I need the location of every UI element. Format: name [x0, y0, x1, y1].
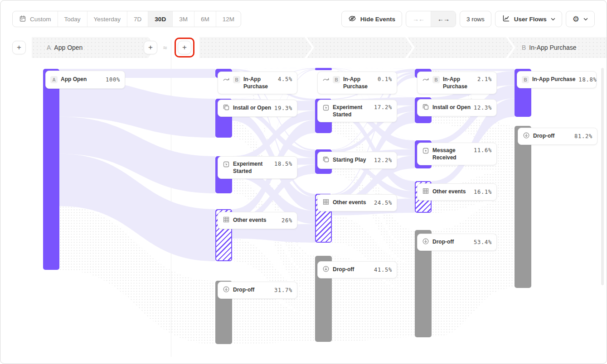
drop-off-icon	[422, 238, 429, 247]
date-range-today[interactable]: Today	[58, 11, 87, 27]
date-range-custom[interactable]: Custom	[13, 11, 58, 27]
rows-button[interactable]: 3 rows	[460, 11, 491, 27]
flow-node-card-drop-off[interactable]: Drop-off41.5%	[317, 261, 397, 278]
flow-node-card-in-app-purchase[interactable]: BIn-App Purchase4.5%	[218, 72, 297, 94]
jump-arrow-icon	[223, 76, 230, 85]
grid-icon	[223, 216, 230, 225]
date-range-30d[interactable]: 30D	[148, 11, 172, 27]
date-range-label: 3M	[179, 16, 188, 23]
grid-icon	[322, 198, 330, 207]
date-range-label: Custom	[30, 16, 51, 23]
flow-ribbon[interactable]	[432, 69, 515, 71]
flow-node-card-install-or-open[interactable]: Install or Open12.3%	[417, 99, 497, 116]
date-range-label: Yesterday	[94, 16, 121, 23]
flow-step-band-2[interactable]	[307, 37, 413, 58]
step-b-label: In-App Purchase	[529, 44, 576, 51]
width-toggle: →← ←→	[406, 11, 456, 27]
date-range-label: 7D	[134, 16, 141, 23]
settings-dropdown[interactable]: ⚙	[566, 11, 595, 27]
node-percentage: 26%	[282, 217, 292, 224]
date-range-yesterday[interactable]: Yesterday	[87, 11, 127, 27]
node-label: Install or Open	[432, 104, 471, 111]
node-percentage: 81.2%	[574, 133, 592, 139]
node-label: Experiment Started	[233, 161, 264, 175]
collapse-width-button[interactable]: →←	[406, 11, 431, 27]
toolbar: CustomTodayYesterday7D30D3M6M12M Hide Ev…	[12, 11, 595, 27]
step-band-a[interactable]: A App Open	[32, 37, 155, 58]
approx-symbol: ≈	[163, 44, 167, 52]
node-label: Drop-off	[533, 133, 554, 140]
flow-node-card-message-received[interactable]: Message Received11.6%	[417, 143, 497, 165]
node-label: In-App Purchase	[343, 76, 374, 90]
flow-ribbon[interactable]	[332, 68, 415, 69]
hide-events-button[interactable]: Hide Events	[341, 11, 402, 27]
node-label: Starting Play	[333, 157, 366, 164]
step-band-b[interactable]: B In-App Purchase	[508, 37, 607, 58]
date-range-3m[interactable]: 3M	[172, 11, 194, 27]
vertical-scrollbar[interactable]	[601, 68, 604, 285]
flow-node-card-drop-off[interactable]: Drop-off53.4%	[417, 234, 497, 251]
node-percentage: 24.5%	[374, 200, 392, 206]
flow-node-card-other-events[interactable]: Other events26%	[218, 212, 297, 229]
flow-node-card-drop-off[interactable]: Drop-off81.2%	[518, 128, 597, 145]
gear-icon: ⚙	[573, 14, 579, 24]
node-percentage: 12.2%	[374, 157, 392, 163]
expand-width-button[interactable]: ←→	[431, 11, 456, 27]
node-percentage: 53.4%	[474, 239, 492, 245]
add-flow-step-button[interactable]: +	[178, 41, 191, 54]
eye-off-icon	[348, 14, 356, 24]
node-percentage: 2.1%	[477, 76, 492, 82]
jump-arrow-icon	[322, 76, 330, 85]
flow-node-card-install-or-open[interactable]: Install or Open19.3%	[218, 100, 297, 117]
node-percentage: 4.5%	[278, 76, 292, 82]
step-letter-badge: B	[432, 76, 440, 83]
node-label: Message Received	[432, 147, 463, 161]
flow-node-bar-app-open[interactable]	[43, 69, 59, 270]
node-percentage: 17.2%	[374, 104, 392, 110]
flow-node-bar-drop-off[interactable]	[515, 126, 531, 288]
flow-node-card-other-events[interactable]: Other events16.1%	[417, 183, 497, 201]
flow-node-card-in-app-purchase[interactable]: BIn-App Purchase18.8%	[517, 71, 597, 88]
date-range-6m[interactable]: 6M	[194, 11, 216, 27]
node-label: In-App Purchase	[243, 76, 274, 90]
node-percentage: 19.3%	[274, 105, 292, 111]
flow-node-card-experiment-started[interactable]: Experiment Started17.2%	[317, 100, 397, 122]
date-range-7d[interactable]: 7D	[127, 11, 148, 27]
step-letter-badge: B	[333, 76, 340, 83]
date-range-label: 30D	[155, 16, 166, 23]
flow-ribbon[interactable]	[232, 68, 315, 69]
flow-node-card-starting-play[interactable]: Starting Play12.2%	[317, 152, 397, 169]
flow-node-bar-in-app-purchase[interactable]	[315, 68, 332, 70]
step-a-letter: A	[47, 44, 51, 51]
date-range-12m[interactable]: 12M	[216, 11, 241, 27]
flow-step-band-1[interactable]	[199, 37, 312, 58]
collapse-arrows-icon: →←	[413, 15, 424, 23]
flow-step-band-3[interactable]	[408, 37, 513, 58]
node-percentage: 12.3%	[474, 105, 492, 111]
drop-off-icon	[223, 286, 230, 295]
node-label: Other events	[333, 199, 366, 206]
flow-node-card-other-events[interactable]: Other events24.5%	[317, 194, 397, 211]
node-label: In-App Purchase	[532, 76, 575, 83]
flow-node-card-app-open[interactable]: AApp Open100%	[45, 71, 125, 89]
flow-ribbon[interactable]	[432, 197, 515, 337]
flow-node-card-drop-off[interactable]: Drop-off31.7%	[218, 282, 297, 299]
custom-event-icon	[422, 147, 429, 156]
step-letter-badge: A	[50, 76, 58, 83]
flow-node-card-in-app-purchase[interactable]: BIn-App Purchase2.1%	[417, 72, 497, 94]
step-b-letter: B	[522, 44, 526, 51]
view-selector-label: User Flows	[514, 16, 547, 23]
step-a-label: App Open	[54, 44, 83, 51]
chevron-down-icon	[583, 18, 588, 21]
node-percentage: 11.6%	[474, 147, 492, 153]
view-selector-dropdown[interactable]: User Flows	[495, 11, 562, 27]
expand-arrows-icon: ←→	[437, 15, 449, 23]
date-range-label: Today	[64, 16, 81, 23]
copy-icon	[322, 156, 330, 165]
add-step-button[interactable]: +	[12, 41, 26, 54]
flow-node-card-experiment-started[interactable]: Experiment Started18.5%	[218, 156, 297, 179]
flow-node-card-in-app-purchase[interactable]: BIn-App Purchase0.1%	[317, 72, 397, 94]
add-step-button[interactable]: +	[144, 41, 157, 54]
chevron-down-icon	[551, 18, 555, 21]
drop-off-icon	[322, 265, 330, 274]
